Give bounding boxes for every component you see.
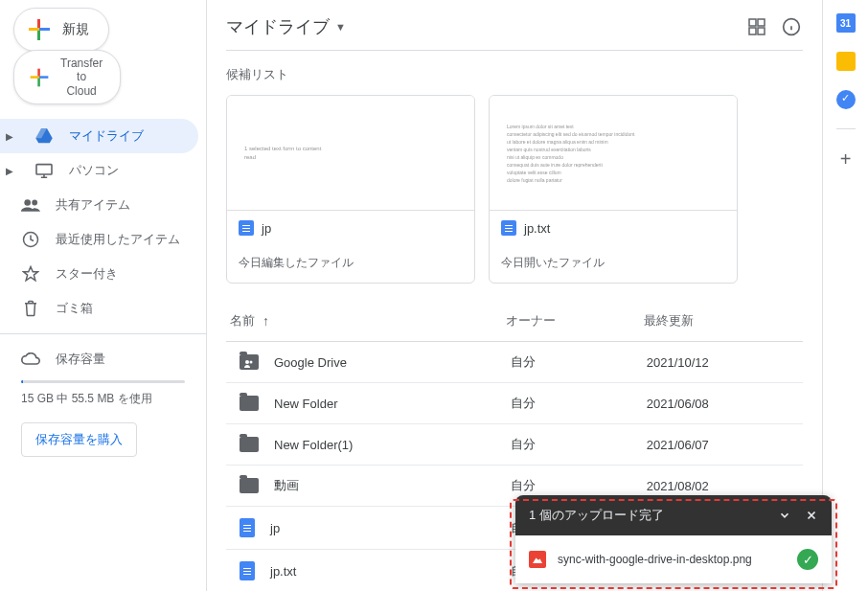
storage-bar: [21, 380, 185, 383]
recent-icon: [21, 230, 40, 249]
add-app-button[interactable]: +: [840, 148, 852, 170]
card-thumbnail: 1 selected text form to contentread: [227, 96, 474, 211]
toast-collapse-button[interactable]: [778, 509, 791, 522]
expand-arrow-icon[interactable]: ▶: [6, 131, 19, 142]
card-subtitle: 今日開いたファイル: [490, 255, 737, 283]
drive-icon: [34, 126, 54, 146]
nav-label: スター付き: [56, 265, 118, 283]
file-name: New Folder(1): [274, 438, 353, 452]
folder-icon: [240, 396, 259, 411]
star-icon: [21, 264, 40, 284]
sidebar: 新規 Transfer to Cloud ▶ マイドライブ ▶: [0, 0, 206, 591]
transfer-to-cloud-button[interactable]: Transfer to Cloud: [13, 50, 121, 104]
column-name-header[interactable]: 名前 ↑: [230, 312, 506, 330]
file-date: 2021/08/02: [647, 479, 799, 493]
file-name: Google Drive: [274, 355, 347, 370]
breadcrumb-title[interactable]: マイドライブ ▼: [226, 15, 346, 38]
suggestion-card[interactable]: 1 selected text form to contentread jp 今…: [226, 95, 475, 284]
folder-shared-icon: [240, 354, 259, 370]
toast-close-button[interactable]: [805, 509, 818, 522]
sidebar-item-recent[interactable]: 最近使用したアイテム: [0, 222, 198, 257]
list-header: 名前 ↑ オーナー 最終更新: [226, 299, 803, 342]
nav-label: ゴミ箱: [56, 300, 93, 317]
sort-arrow-up-icon: ↑: [263, 313, 269, 329]
sidebar-item-trash[interactable]: ゴミ箱: [0, 291, 198, 326]
trash-icon: [21, 299, 40, 318]
svg-rect-0: [36, 165, 52, 174]
doc-icon: [501, 220, 516, 236]
svg-rect-6: [749, 28, 756, 34]
card-subtitle: 今日編集したファイル: [227, 255, 474, 283]
toast-filename: sync-with-google-drive-in-desktop.png: [558, 553, 752, 566]
suggestion-card[interactable]: Lorem ipsum dolor sit amet textconsectet…: [489, 95, 738, 284]
tasks-app-icon[interactable]: [836, 90, 856, 109]
breadcrumb: マイドライブ ▼: [226, 11, 803, 51]
file-name: jp: [270, 521, 280, 535]
suggestions-title: 候補リスト: [226, 66, 803, 83]
card-thumbnail: Lorem ipsum dolor sit amet textconsectet…: [490, 96, 737, 211]
divider: [0, 333, 206, 334]
suggestions-row: 1 selected text form to contentread jp 今…: [226, 95, 803, 284]
toast-title: 1 個のアップロード完了: [529, 507, 664, 524]
sidebar-item-computers[interactable]: ▶ パソコン: [0, 153, 198, 188]
nav-label: パソコン: [69, 162, 119, 179]
file-name: jp.txt: [270, 564, 296, 579]
new-button[interactable]: 新規: [13, 8, 109, 52]
table-row[interactable]: New Folder(1)自分2021/06/07: [226, 424, 803, 466]
doc-icon: [240, 518, 255, 537]
svg-point-10: [250, 361, 253, 364]
calendar-app-icon[interactable]: 31: [836, 13, 856, 33]
file-date: 2021/06/07: [647, 438, 799, 452]
doc-icon: [240, 561, 255, 580]
svg-point-9: [245, 360, 249, 364]
expand-arrow-icon[interactable]: ▶: [6, 166, 19, 176]
success-check-icon: ✓: [797, 549, 818, 570]
column-owner-header[interactable]: オーナー: [506, 312, 644, 330]
file-owner: 自分: [511, 395, 647, 412]
table-row[interactable]: Google Drive自分2021/10/12: [226, 342, 803, 383]
doc-icon: [239, 220, 254, 236]
keep-app-icon[interactable]: [836, 52, 856, 71]
plus-icon: [28, 18, 51, 41]
svg-rect-7: [758, 28, 765, 34]
file-name: 動画: [274, 477, 299, 494]
table-row[interactable]: New Folder自分2021/06/08: [226, 383, 803, 424]
shared-icon: [21, 195, 40, 215]
file-owner: 自分: [511, 477, 647, 494]
file-owner: 自分: [511, 436, 647, 453]
card-name: jp: [262, 221, 271, 236]
file-date: 2021/06/08: [647, 397, 799, 411]
card-name: jp.txt: [524, 221, 550, 236]
file-date: 2021/10/12: [647, 355, 799, 370]
svg-rect-4: [749, 19, 756, 26]
nav-label: マイドライブ: [69, 127, 144, 145]
svg-point-1: [24, 199, 31, 206]
toast-file-row[interactable]: sync-with-google-drive-in-desktop.png ✓: [515, 535, 832, 583]
sidebar-item-storage[interactable]: 保存容量: [0, 342, 206, 376]
computer-icon: [34, 161, 54, 180]
chevron-down-icon: ▼: [335, 21, 346, 33]
folder-icon: [240, 478, 259, 493]
file-owner: 自分: [511, 353, 647, 371]
cloud-icon: [21, 350, 40, 369]
sidebar-nav: ▶ マイドライブ ▶ パソコン 共有アイテム: [0, 119, 206, 326]
sidebar-item-starred[interactable]: スター付き: [0, 257, 198, 291]
info-button[interactable]: [780, 15, 803, 38]
sidebar-item-mydrive[interactable]: ▶ マイドライブ: [0, 119, 198, 153]
new-button-label: 新規: [62, 21, 89, 38]
sidebar-item-shared[interactable]: 共有アイテム: [0, 188, 198, 222]
storage-usage-text: 15 GB 中 55.5 MB を使用: [0, 391, 206, 417]
image-file-icon: [529, 551, 546, 568]
layout-toggle-button[interactable]: [745, 15, 768, 38]
nav-label: 共有アイテム: [56, 196, 130, 214]
file-name: New Folder: [274, 397, 337, 411]
svg-rect-5: [758, 19, 765, 26]
storage-label: 保存容量: [56, 351, 105, 368]
plus-icon: [30, 67, 49, 86]
column-date-header[interactable]: 最終更新: [644, 312, 799, 330]
folder-icon: [240, 437, 259, 452]
upload-toast: 1 個のアップロード完了 sync-with-google-drive-in-d…: [515, 495, 832, 583]
buy-storage-button[interactable]: 保存容量を購入: [21, 422, 137, 457]
transfer-label: Transfer to Cloud: [60, 57, 103, 98]
svg-point-2: [32, 200, 37, 206]
